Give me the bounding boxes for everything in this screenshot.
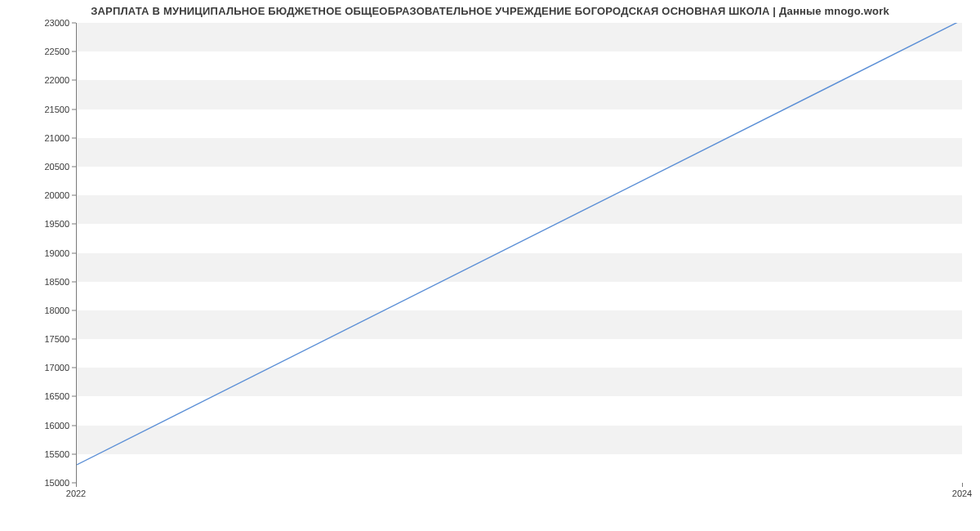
y-tick-mark (72, 453, 76, 454)
y-tick-mark (72, 281, 76, 282)
y-tick-label: 23000 (20, 18, 69, 28)
y-tick-label: 16500 (20, 391, 69, 401)
x-tick-label: 2022 (66, 489, 86, 498)
y-tick-label: 22000 (20, 75, 69, 85)
y-tick-mark (72, 109, 76, 109)
y-tick-mark (72, 310, 76, 310)
y-tick-mark (72, 252, 76, 253)
chart-title: ЗАРПЛАТА В МУНИЦИПАЛЬНОЕ БЮДЖЕТНОЕ ОБЩЕО… (0, 5, 980, 17)
y-tick-mark (72, 51, 76, 52)
y-tick-mark (72, 195, 76, 196)
y-tick-mark (72, 166, 76, 167)
y-tick-label: 21000 (20, 133, 69, 143)
y-tick-label: 20000 (20, 190, 69, 200)
x-tick-label: 2024 (952, 489, 972, 498)
x-tick-mark (962, 483, 963, 487)
y-tick-label: 17000 (20, 363, 69, 373)
y-tick-mark (72, 80, 76, 81)
y-tick-label: 21500 (20, 105, 69, 114)
y-tick-label: 20500 (20, 162, 69, 172)
y-tick-mark (72, 425, 76, 426)
y-tick-mark (72, 23, 76, 24)
plot-area (76, 23, 962, 483)
y-tick-label: 16000 (20, 421, 69, 431)
line-layer (77, 23, 962, 482)
y-tick-mark (72, 368, 76, 368)
y-tick-label: 18000 (20, 306, 69, 315)
x-tick-mark (76, 483, 77, 487)
y-tick-label: 18500 (20, 277, 69, 287)
chart-container: ЗАРПЛАТА В МУНИЦИПАЛЬНОЕ БЮДЖЕТНОЕ ОБЩЕО… (0, 0, 980, 531)
y-tick-mark (72, 224, 76, 225)
data-line (77, 23, 962, 465)
y-tick-mark (72, 396, 76, 397)
y-tick-label: 22500 (20, 47, 69, 56)
y-tick-mark (72, 137, 76, 138)
y-tick-label: 19000 (20, 248, 69, 258)
y-tick-label: 15500 (20, 449, 69, 459)
y-tick-label: 15000 (20, 478, 69, 488)
y-tick-mark (72, 339, 76, 340)
y-tick-label: 19500 (20, 219, 69, 229)
y-tick-label: 17500 (20, 334, 69, 344)
